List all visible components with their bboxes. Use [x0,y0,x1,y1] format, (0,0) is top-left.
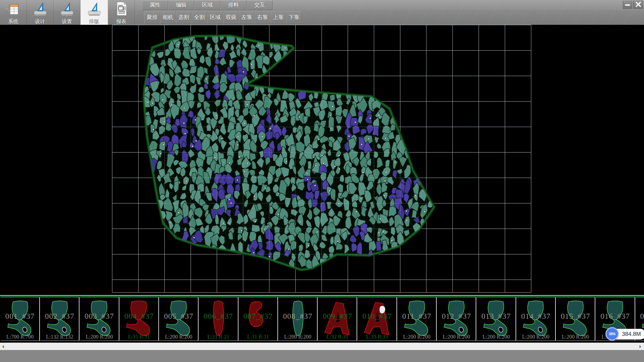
piece-lr-count: L:33 R:33 [358,334,396,340]
piece-marker [270,128,271,129]
piece-marker [264,228,266,230]
piece-marker [307,179,309,180]
nested-piece[interactable] [252,225,260,233]
piece-thumbnail-013_#37[interactable]: 013_#37L:200 R:200 [477,297,516,341]
piece-marker [338,155,340,157]
nested-piece[interactable] [265,240,273,251]
scroll-right-icon[interactable]: › [637,343,643,350]
piece-thumbnail-010_#37[interactable]: 010_#37L:33 R:33 [358,297,397,341]
piece-marker [269,256,270,257]
piece-id-label: 011_#37 [397,312,436,321]
piece-thumbnail-007_#37[interactable]: 007_#37L:31 R:31 [239,297,278,341]
nested-piece[interactable] [308,161,312,169]
piece-marker [253,252,255,254]
piece-id-label: 016_#37 [596,312,635,321]
tool-button-9[interactable]: 上靠 [270,11,286,24]
tool-button-7[interactable]: 左靠 [239,11,255,24]
piece-marker [229,162,230,164]
nested-piece[interactable] [320,201,326,212]
piece-marker [394,161,396,163]
status-bar [0,350,644,362]
piece-thumbnail-004_#37[interactable]: 004_#37L:31 R:31 [120,297,159,341]
piece-lr-count: L:21 R:21 [199,334,238,340]
nesting-button[interactable]: 排版 [80,0,108,25]
progress-badge[interactable]: 38% 384.8M [606,329,644,340]
nested-piece[interactable] [376,241,382,251]
close-button[interactable] [633,1,643,9]
system-button-label: 系统 [8,18,18,24]
piece-thumbnail-005_#37[interactable]: 005_#37L:200 R:200 [159,297,199,341]
piece-id-label: 015_#37 [556,312,595,321]
piece-lr-count: L:200 R:200 [278,334,317,340]
piece-thumbnail-014_#37[interactable]: 014_#37L:200 R:200 [517,297,556,341]
tool-button-1[interactable]: 聚排 [144,11,160,24]
piece-marker [171,104,173,106]
piece-id-label: 014_#37 [517,312,555,321]
piece-id-label: 003_#37 [80,312,119,321]
piece-thumbnail-015_#37[interactable]: 015_#37L:200 R:200 [556,297,595,341]
piece-marker [406,220,408,221]
piece-id-label: 010_#37 [358,312,396,321]
piece-marker [288,248,289,250]
menu-tab-2[interactable]: 编辑 [168,0,194,10]
tool-button-6[interactable]: 瑕疵 [223,11,239,24]
piece-lr-count: L:132 R:132 [40,334,79,340]
piece-marker [383,231,384,233]
system-button[interactable]: 系统 [0,0,27,25]
tool-button-4[interactable]: 全割 [192,11,207,24]
piece-thumbnail-003_#37[interactable]: 003_#37L:200 R:200 [80,297,119,341]
piece-thumbnail-006_#37[interactable]: 006_#37L:21 R:21 [199,297,238,341]
piece-marker [186,180,187,182]
minimize-button[interactable] [623,1,632,9]
piece-id-label: 002_#37 [40,312,79,321]
menu-tab-5[interactable]: 交互 [247,0,273,10]
piece-marker [184,133,186,135]
piece-marker [415,195,417,196]
piece-marker [221,138,223,139]
report-button[interactable]: 报表 [108,0,135,25]
design-ruler-icon [32,1,49,18]
piece-thumbnail-012_#37[interactable]: 012_#37L:200 R:200 [437,297,476,341]
piece-marker [315,165,317,167]
nested-piece[interactable] [330,95,335,101]
tool-button-3[interactable]: 选割 [176,11,192,24]
design-button-label: 设计 [35,18,45,24]
tool-button-5[interactable]: 区域 [207,11,223,24]
settings-button[interactable]: 设置 [54,0,80,25]
tool-button-10[interactable]: 下靠 [286,11,302,24]
nested-piece[interactable] [330,127,334,132]
nested-piece[interactable] [385,160,390,167]
piece-marker [316,231,318,233]
menu-tab-4[interactable]: 排料 [220,0,247,10]
report-icon [113,1,130,18]
nesting-canvas-svg [0,25,644,295]
piece-thumbnail-002_#37[interactable]: 002_#37L:132 R:132 [40,297,79,341]
nested-piece[interactable] [340,175,344,183]
design-button[interactable]: 设计 [27,0,54,25]
piece-id-label: 005_#37 [159,312,198,321]
piece-marker [244,171,246,173]
menu-tab-1[interactable]: 属性 [142,0,168,10]
scroll-left-icon[interactable]: ‹ [0,343,7,350]
piece-marker [241,230,243,232]
piece-thumbnail-011_#37[interactable]: 011_#37L:200 R:200 [397,297,437,341]
piece-lr-count: L:200 R:200 [556,334,595,340]
piece-marker [339,168,340,170]
settings-ruler-icon [59,1,75,18]
settings-button-label: 设置 [62,18,72,24]
piece-thumbnail-009_#37[interactable]: 009_#37L:32 R:31 [318,297,357,341]
piece-id-label: 009_#37 [318,312,357,321]
piece-marker [195,119,196,121]
nesting-canvas[interactable] [0,25,644,295]
piece-marker [214,157,216,158]
horizontal-scrollbar[interactable]: ‹ › [0,343,644,350]
piece-marker [362,172,364,173]
tool-button-2[interactable]: 相机 [160,11,176,24]
piece-thumbnail-001_#37[interactable]: 001_#37L:700 R:700 [1,297,40,341]
piece-thumbnail-008_#37[interactable]: 008_#37L:200 R:200 [278,297,318,341]
menu-tab-3[interactable]: 区域 [194,0,220,10]
tool-button-8[interactable]: 右靠 [255,11,270,24]
piece-marker [253,115,255,117]
piece-marker [262,136,263,138]
piece-marker [192,145,194,147]
